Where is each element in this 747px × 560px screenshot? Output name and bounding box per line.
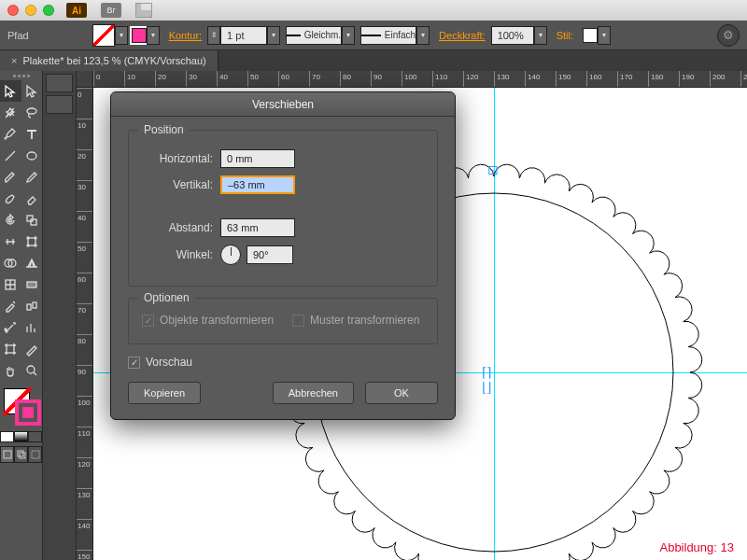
selection-tool[interactable] (0, 80, 21, 102)
angle-input[interactable]: 90° (247, 245, 293, 264)
copy-button[interactable]: Kopieren (128, 382, 201, 404)
vertical-ruler[interactable]: 0102030405060708090100110120130140150160 (77, 88, 93, 560)
scale-tool[interactable] (21, 209, 43, 231)
transform-patterns-label: Muster transformieren (310, 314, 419, 327)
free-transform-tool[interactable] (21, 231, 43, 252)
zoom-tool[interactable] (21, 359, 43, 381)
ok-button[interactable]: OK (365, 382, 438, 404)
minimize-window-button[interactable] (25, 5, 36, 16)
symbol-sprayer-tool[interactable] (0, 316, 21, 338)
color-mode-solid[interactable] (0, 431, 14, 442)
type-tool[interactable] (21, 123, 43, 145)
svg-rect-17 (7, 345, 14, 353)
fill-dropdown[interactable]: ▾ (115, 26, 128, 45)
control-bar: Pfad ▾ ▾ Kontur: ⇕ 1 pt ▾ Gleichm. ▾ Ein… (0, 21, 747, 50)
draw-mode-behind[interactable] (14, 446, 28, 463)
paintbrush-tool[interactable] (0, 166, 21, 188)
stroke-dropdown[interactable]: ▾ (147, 26, 160, 45)
stroke-profile-dropdown[interactable]: ▾ (416, 26, 430, 45)
document-tab[interactable]: × Plakette* bei 123,5 % (CMYK/Vorschau) (0, 50, 218, 71)
close-window-button[interactable] (7, 5, 19, 16)
stroke-profile-preview[interactable]: Einfach (360, 26, 416, 45)
settings-gear-icon[interactable]: ⚙ (717, 24, 740, 47)
svg-rect-14 (33, 302, 36, 308)
perspective-grid-tool[interactable] (21, 252, 43, 273)
cancel-button[interactable]: Abbrechen (273, 382, 354, 404)
zoom-window-button[interactable] (43, 5, 54, 16)
position-legend: Position (138, 123, 190, 136)
opacity-field[interactable]: 100% (491, 26, 534, 45)
svg-point-0 (27, 108, 36, 114)
svg-rect-20 (18, 451, 23, 456)
blob-brush-tool[interactable] (0, 188, 21, 209)
selection-marker: ⌈ ⌉⌊ ⌋ (482, 365, 489, 395)
preview-checkbox[interactable] (128, 357, 140, 369)
collapsed-panel-1[interactable] (46, 74, 73, 92)
svg-rect-19 (4, 451, 11, 458)
svg-rect-12 (27, 282, 36, 287)
stroke-label[interactable]: Kontur: (169, 30, 202, 41)
slice-tool[interactable] (21, 338, 43, 359)
stroke-weight-stepper[interactable]: ⇕ (207, 26, 220, 45)
angle-dial[interactable] (220, 245, 241, 265)
fill-stroke-indicator[interactable] (0, 386, 42, 429)
eraser-tool[interactable] (21, 188, 43, 209)
ruler-origin[interactable] (77, 71, 93, 88)
draw-mode-inside[interactable] (28, 446, 42, 463)
fill-swatch[interactable] (92, 24, 115, 47)
transform-patterns-checkbox[interactable] (292, 315, 304, 327)
horizontal-input[interactable]: 0 mm (220, 149, 295, 168)
magic-wand-tool[interactable] (0, 102, 21, 123)
dialog-title: Verschieben (111, 92, 455, 117)
pencil-tool[interactable] (21, 166, 43, 188)
direct-selection-tool[interactable] (21, 80, 43, 102)
mesh-tool[interactable] (0, 273, 21, 295)
gradient-tool[interactable] (21, 273, 43, 295)
bridge-icon[interactable]: Br (101, 3, 121, 18)
color-mode-none[interactable] (28, 431, 42, 442)
stroke-cap-dropdown[interactable]: ▾ (342, 26, 355, 45)
stroke-indicator[interactable] (15, 399, 41, 426)
eyedropper-tool[interactable] (0, 295, 21, 316)
vertical-input[interactable]: –63 mm (220, 175, 295, 194)
lasso-tool[interactable] (21, 102, 43, 123)
distance-input[interactable]: 63 mm (220, 218, 295, 237)
pen-tool[interactable] (0, 123, 21, 145)
opacity-dropdown[interactable]: ▾ (534, 26, 547, 45)
transform-objects-checkbox[interactable] (142, 315, 154, 327)
shape-builder-tool[interactable] (0, 252, 21, 273)
color-mode-gradient[interactable] (14, 431, 28, 442)
document-tab-bar: × Plakette* bei 123,5 % (CMYK/Vorschau) (0, 50, 747, 71)
svg-rect-2 (27, 216, 33, 221)
stroke-weight-field[interactable]: 1 pt (220, 26, 267, 45)
options-fieldset: Optionen Objekte transformieren Muster t… (128, 298, 438, 344)
width-tool[interactable] (0, 231, 21, 252)
collapsed-panel-2[interactable] (46, 95, 73, 114)
screen-mode-row (0, 446, 42, 463)
stroke-cap-preview[interactable]: Gleichm. (286, 26, 342, 45)
close-tab-icon[interactable]: × (11, 55, 17, 66)
draw-mode-normal[interactable] (0, 446, 14, 463)
rotate-tool[interactable] (0, 209, 21, 231)
horizontal-label: Horizontal: (142, 152, 213, 165)
artboard-tool[interactable] (0, 338, 21, 359)
stroke-swatch[interactable] (132, 28, 147, 43)
workspace-layout-icon[interactable] (135, 3, 152, 18)
line-tool[interactable] (0, 145, 21, 166)
graphic-style-swatch[interactable] (583, 28, 598, 43)
opacity-label[interactable]: Deckkraft: (439, 30, 486, 41)
column-graph-tool[interactable] (21, 316, 43, 338)
document-tab-title: Plakette* bei 123,5 % (CMYK/Vorschau) (22, 55, 205, 66)
graphic-style-dropdown[interactable]: ▾ (598, 26, 611, 45)
stroke-weight-dropdown[interactable]: ▾ (267, 26, 280, 45)
svg-point-1 (27, 152, 36, 160)
ellipse-tool[interactable] (21, 145, 43, 166)
blend-tool[interactable] (21, 295, 43, 316)
svg-point-18 (27, 366, 35, 373)
svg-rect-3 (31, 219, 36, 225)
position-fieldset: Position Horizontal: 0 mm Vertikal: –63 … (128, 130, 438, 287)
collapsed-panel-strip (43, 71, 77, 560)
horizontal-ruler[interactable]: 0102030405060708090100110120130140150160… (93, 71, 747, 88)
hand-tool[interactable] (0, 359, 21, 381)
svg-rect-13 (27, 304, 31, 310)
